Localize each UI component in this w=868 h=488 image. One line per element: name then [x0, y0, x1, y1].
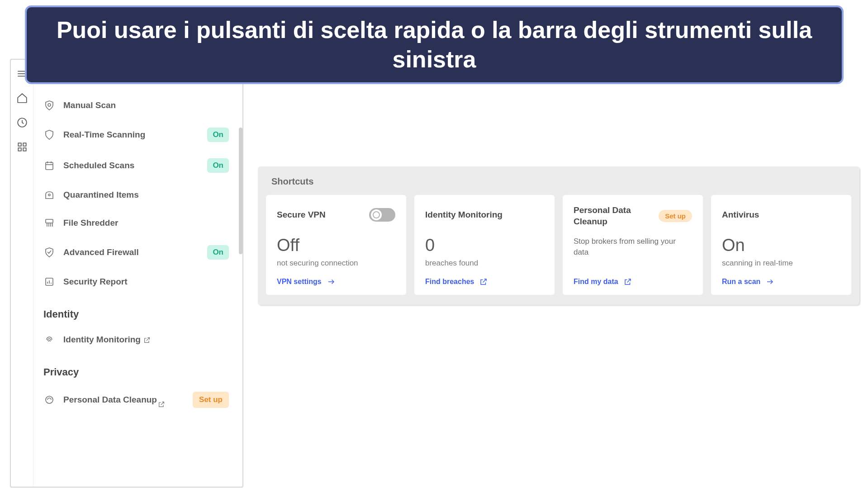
sidebar-item-label: File Shredder — [63, 218, 118, 228]
calendar-icon — [43, 160, 55, 171]
external-link-icon — [158, 400, 165, 407]
shield-scan-icon — [43, 99, 55, 111]
sidebar-item-cleanup[interactable]: Personal Data Cleanup Set up — [35, 384, 237, 416]
sidebar-item-firewall[interactable]: Advanced Firewall On — [35, 237, 237, 268]
section-privacy: Privacy — [35, 354, 237, 384]
sidebar-item-realtime[interactable]: Real-Time Scanning On — [35, 119, 237, 150]
sidebar-item-shredder[interactable]: File Shredder — [35, 209, 237, 237]
setup-badge: Set up — [193, 392, 229, 408]
card-vpn: Secure VPN Off not securing connection V… — [266, 195, 406, 295]
shortcuts-panel: Shortcuts Secure VPN Off not securing co… — [258, 166, 859, 305]
icon-rail — [11, 60, 33, 487]
card-state: 0 — [425, 236, 544, 255]
sidebar-item-label: Real-Time Scanning — [63, 130, 145, 140]
card-subtext: scanning in real-time — [722, 259, 840, 268]
shield-icon — [43, 129, 55, 141]
svg-rect-7 — [23, 148, 26, 151]
sidebar-item-label: Advanced Firewall — [63, 247, 139, 257]
sidebar-item-manual-scan[interactable]: Manual Scan — [35, 91, 237, 119]
svg-point-8 — [48, 104, 51, 106]
status-badge: On — [207, 128, 229, 142]
svg-rect-4 — [18, 143, 21, 146]
annotation-banner: Puoi usare i pulsanti di scelta rapida o… — [25, 5, 844, 84]
status-badge: On — [207, 158, 229, 173]
link-label: Find breaches — [425, 278, 474, 286]
card-title: Antivirus — [722, 209, 759, 221]
card-subtext: not securing connection — [277, 259, 395, 268]
section-identity: Identity — [35, 296, 237, 326]
link-label: Find my data — [574, 278, 618, 286]
find-breaches-link[interactable]: Find breaches — [425, 268, 544, 286]
svg-rect-6 — [18, 148, 21, 151]
sidebar-item-label: Identity Monitoring — [63, 335, 141, 345]
sidebar-item-label: Scheduled Scans — [63, 161, 134, 171]
sidebar: Device Manual Scan Real-Time Scanning On… — [33, 60, 242, 487]
external-link-icon — [624, 278, 632, 286]
sidebar-item-label: Quarantined Items — [63, 190, 139, 200]
sidebar-item-report[interactable]: Security Report — [35, 268, 237, 296]
report-icon — [43, 276, 55, 288]
card-state: Off — [277, 236, 395, 255]
svg-rect-9 — [46, 162, 53, 170]
card-identity: Identity Monitoring 0 breaches found Fin… — [414, 195, 555, 295]
svg-point-13 — [48, 194, 50, 196]
setup-badge: Set up — [659, 210, 692, 222]
card-title: Personal Data Cleanup — [574, 205, 637, 227]
card-state: On — [722, 236, 840, 255]
card-antivirus: Antivirus On scanning in real-time Run a… — [711, 195, 851, 295]
sidebar-item-scheduled[interactable]: Scheduled Scans On — [35, 150, 237, 181]
run-scan-link[interactable]: Run a scan — [722, 268, 840, 286]
link-label: Run a scan — [722, 278, 760, 286]
vpn-toggle[interactable] — [369, 208, 395, 222]
card-subtext: breaches found — [425, 259, 544, 268]
sidebar-item-label: Manual Scan — [63, 100, 116, 110]
svg-point-23 — [46, 396, 53, 403]
sidebar-window: Device Manual Scan Real-Time Scanning On… — [10, 59, 243, 488]
firewall-icon — [43, 246, 55, 258]
shortcuts-header: Shortcuts — [258, 166, 859, 195]
sidebar-item-identity[interactable]: Identity Monitoring — [35, 326, 237, 354]
history-icon[interactable] — [16, 117, 28, 128]
fingerprint-icon — [43, 334, 55, 346]
sidebar-item-quarantine[interactable]: Quarantined Items — [35, 181, 237, 209]
svg-rect-14 — [46, 219, 53, 223]
card-title: Secure VPN — [277, 209, 326, 221]
card-description: Stop brokers from selling your data — [574, 236, 692, 258]
vpn-settings-link[interactable]: VPN settings — [277, 268, 395, 286]
sidebar-item-label: Security Report — [63, 277, 127, 287]
find-my-data-link[interactable]: Find my data — [574, 268, 692, 286]
scrollbar[interactable] — [239, 128, 242, 254]
home-icon[interactable] — [16, 92, 28, 104]
shortcut-cards: Secure VPN Off not securing connection V… — [258, 195, 859, 305]
data-cleanup-icon — [43, 394, 55, 406]
arrow-right-icon — [327, 278, 335, 286]
external-link-icon — [143, 336, 151, 343]
link-label: VPN settings — [277, 278, 322, 286]
quarantine-icon — [43, 189, 55, 201]
apps-icon[interactable] — [16, 141, 28, 153]
card-cleanup: Personal Data Cleanup Set up Stop broker… — [563, 195, 703, 295]
status-badge: On — [207, 245, 229, 260]
sidebar-item-label: Personal Data Cleanup — [63, 394, 157, 405]
card-title: Identity Monitoring — [425, 209, 503, 221]
arrow-right-icon — [766, 278, 774, 286]
shredder-icon — [43, 217, 55, 229]
svg-rect-5 — [23, 143, 26, 146]
external-link-icon — [479, 278, 488, 286]
